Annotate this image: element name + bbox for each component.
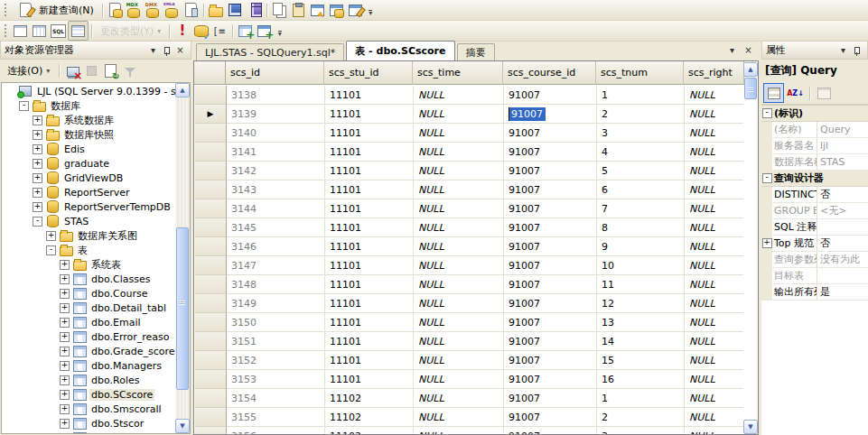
cell-scs-stu-id[interactable]: 11102 bbox=[330, 430, 361, 435]
cell-scs-stu-id[interactable]: 11101 bbox=[330, 222, 361, 234]
cell-scs-stu-id[interactable]: 11101 bbox=[330, 298, 361, 310]
cell-scs-tnum[interactable]: 11 bbox=[602, 279, 614, 291]
tree-expander[interactable]: + bbox=[33, 159, 42, 169]
cell-scs-id[interactable]: 3148 bbox=[231, 279, 257, 291]
tree-expander[interactable]: + bbox=[60, 303, 70, 313]
tree-item[interactable]: + dbo.Grade_score bbox=[2, 344, 175, 358]
table-row[interactable]: 3154 11102 NULL 91007 1 NULL bbox=[195, 389, 743, 408]
object-explorer-icon[interactable] bbox=[308, 1, 327, 19]
row-selector[interactable] bbox=[195, 218, 227, 237]
document-tab[interactable]: 表 - dbo.SCscore bbox=[346, 41, 454, 60]
mdx-query-icon[interactable] bbox=[125, 1, 144, 19]
cell-scs-right[interactable]: NULL bbox=[689, 430, 715, 435]
cell-scs-time[interactable]: NULL bbox=[418, 298, 444, 310]
tree-expander[interactable]: + bbox=[60, 332, 70, 342]
tree-item[interactable]: + dbo.Classes bbox=[2, 272, 175, 286]
cell-scs-time[interactable]: NULL bbox=[418, 393, 444, 404]
tree-expander[interactable]: + bbox=[33, 130, 42, 140]
cell-scs-tnum[interactable]: 3 bbox=[602, 430, 608, 435]
cell-scs-course-id[interactable]: 91007 bbox=[509, 184, 540, 196]
tree-expander[interactable]: + bbox=[60, 347, 70, 356]
cell-scs-course-id[interactable]: 91007 bbox=[509, 165, 540, 177]
row-selector[interactable] bbox=[195, 427, 227, 434]
cell-scs-time[interactable]: NULL bbox=[418, 146, 444, 158]
tree-item[interactable]: - STAS bbox=[2, 214, 175, 228]
scrollbar-thumb[interactable] bbox=[176, 227, 189, 390]
cell-scs-course-id[interactable]: 91007 bbox=[509, 241, 540, 253]
cell-scs-id[interactable]: 3152 bbox=[231, 355, 257, 366]
cell-scs-right[interactable]: NULL bbox=[689, 108, 715, 120]
scroll-down-icon[interactable]: ▼ bbox=[175, 419, 190, 433]
table-row[interactable]: 3144 11101 NULL 91007 7 NULL bbox=[195, 199, 743, 218]
row-selector[interactable] bbox=[195, 408, 227, 427]
table-row[interactable]: 3152 11101 NULL 91007 15 NULL bbox=[195, 351, 743, 370]
cell-scs-stu-id[interactable]: 11101 bbox=[330, 127, 361, 139]
scroll-up-icon[interactable]: ▲ bbox=[743, 62, 758, 77]
row-selector[interactable] bbox=[195, 351, 227, 370]
cell-scs-course-id[interactable]: 91007 bbox=[509, 393, 540, 404]
cell-scs-tnum[interactable]: 1 bbox=[602, 89, 608, 101]
property-row[interactable]: GROUP BY <无> bbox=[761, 203, 868, 219]
cell-scs-right[interactable]: NULL bbox=[689, 355, 715, 366]
property-value[interactable]: 没有为此 bbox=[817, 252, 868, 267]
auto-hide-pin-icon[interactable] bbox=[850, 44, 863, 57]
cell-scs-right[interactable]: NULL bbox=[689, 241, 715, 253]
show-diagram-pane-icon[interactable] bbox=[11, 22, 30, 40]
xmla-query-icon[interactable] bbox=[163, 1, 182, 19]
property-row[interactable]: SQL 注释 bbox=[761, 219, 868, 236]
cell-scs-course-id[interactable]: 91007 bbox=[509, 89, 540, 101]
cell-scs-tnum[interactable]: 3 bbox=[602, 127, 608, 139]
tree-item[interactable]: + 数据库关系图 bbox=[2, 228, 175, 243]
property-value[interactable] bbox=[817, 219, 868, 235]
cell-scs-stu-id[interactable]: 11102 bbox=[330, 393, 361, 404]
scrollbar-thumb[interactable] bbox=[744, 78, 757, 99]
column-header[interactable]: scs_tnum bbox=[596, 61, 684, 85]
cell-scs-tnum[interactable]: 12 bbox=[602, 298, 614, 310]
row-selector[interactable] bbox=[195, 180, 227, 199]
cell-scs-tnum[interactable]: 8 bbox=[602, 222, 608, 234]
properties-list-icon[interactable] bbox=[210, 22, 229, 40]
toolbar-grip[interactable] bbox=[4, 3, 8, 17]
table-row[interactable]: 3151 11101 NULL 91007 14 NULL bbox=[195, 332, 743, 351]
cell-scs-stu-id[interactable]: 11101 bbox=[330, 279, 361, 291]
property-expander[interactable]: - bbox=[762, 173, 772, 183]
cell-scs-time[interactable]: NULL bbox=[418, 355, 444, 366]
table-row[interactable]: 3141 11101 NULL 91007 4 NULL bbox=[195, 143, 743, 162]
tree-item[interactable]: + 系统数据库 bbox=[2, 113, 175, 127]
property-value[interactable]: ljl bbox=[817, 138, 868, 153]
cell-scs-stu-id[interactable]: 11101 bbox=[330, 355, 361, 366]
cell-scs-course-id[interactable]: 91007 bbox=[509, 127, 540, 139]
column-header[interactable]: scs_course_id bbox=[503, 61, 596, 85]
cell-scs-course-id[interactable]: 91007 bbox=[509, 298, 540, 310]
tree-item[interactable]: + dbo.Stscor bbox=[2, 416, 175, 430]
tree-item[interactable]: + dbo.Roles bbox=[2, 373, 175, 387]
tree-expander[interactable]: + bbox=[33, 116, 42, 125]
cell-scs-right[interactable]: NULL bbox=[689, 279, 715, 291]
row-selector[interactable] bbox=[195, 370, 227, 389]
column-header[interactable]: scs_stu_id bbox=[324, 61, 413, 85]
column-header[interactable]: scs_id bbox=[226, 61, 324, 85]
cell-scs-tnum[interactable]: 10 bbox=[602, 260, 614, 272]
tree-expander[interactable]: + bbox=[60, 404, 70, 414]
property-row[interactable]: (名称) Query bbox=[761, 122, 868, 138]
cell-scs-right[interactable]: NULL bbox=[689, 374, 715, 385]
registered-servers-icon[interactable] bbox=[270, 1, 289, 19]
table-row[interactable]: 3150 11101 NULL 91007 13 NULL bbox=[195, 313, 743, 332]
cell-scs-stu-id[interactable]: 11101 bbox=[330, 165, 361, 177]
table-row[interactable]: 3147 11101 NULL 91007 10 NULL bbox=[195, 256, 743, 275]
cell-scs-right[interactable]: NULL bbox=[689, 184, 715, 196]
cell-scs-course-id[interactable]: 91007 bbox=[509, 222, 540, 234]
row-selector[interactable] bbox=[195, 162, 227, 180]
cell-scs-id[interactable]: 3145 bbox=[231, 222, 257, 234]
cell-scs-course-id[interactable]: 91007 bbox=[509, 430, 540, 435]
property-row[interactable]: 服务器名 ljl bbox=[761, 138, 868, 154]
database-engine-query-icon[interactable] bbox=[106, 1, 125, 19]
property-row[interactable]: DISTINCT 否 bbox=[761, 187, 868, 203]
connect-button[interactable]: 连接(O) ▾ bbox=[2, 62, 55, 80]
cell-scs-id[interactable]: 3151 bbox=[231, 336, 257, 347]
row-selector[interactable] bbox=[195, 294, 227, 313]
cell-scs-stu-id[interactable]: 11101 bbox=[330, 184, 361, 196]
table-row[interactable]: 3138 11101 NULL 91007 1 NULL bbox=[195, 86, 743, 105]
cell-scs-stu-id[interactable]: 11102 bbox=[330, 412, 361, 423]
property-value[interactable] bbox=[803, 106, 868, 121]
